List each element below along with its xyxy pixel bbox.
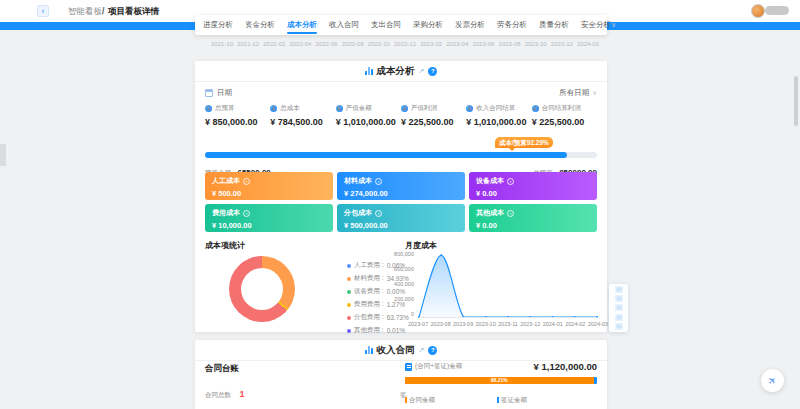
- background-date-label: 2023-08: [499, 41, 521, 47]
- contract-amount-fill: 98.21%: [405, 377, 594, 384]
- stat-value: ¥ 850,000.00: [205, 117, 270, 127]
- tab-list: 进度分析资金分析成本分析收入合同支出合同采购分析发票分析劳务分析质量分析安全分析: [203, 15, 611, 35]
- background-date-label: 2022-12: [394, 41, 416, 47]
- y-axis-tick-label: 800,000: [394, 251, 414, 257]
- floating-quick-toolbar: [609, 284, 628, 332]
- stat-value: ¥ 1,010,000.00: [466, 117, 531, 127]
- chevron-down-icon[interactable]: ∨: [611, 21, 616, 29]
- stat-label: 总预算: [215, 104, 235, 113]
- date-range-dropdown[interactable]: 所有日期 ∨: [559, 88, 597, 98]
- chevron-right-icon: ›: [507, 178, 514, 185]
- yuan-badge-icon: ¥: [205, 105, 212, 112]
- x-axis-tick-label: 2023-11: [498, 321, 518, 327]
- cost-category-card[interactable]: 其他成本 › ¥ 0.00: [469, 204, 597, 232]
- monthly-chart-title: 月度成本: [405, 240, 437, 251]
- budget-progress-fill: [205, 152, 567, 158]
- donut-chart-title: 成本项统计: [205, 240, 245, 251]
- legend-item[interactable]: 其他费用 0.01%: [347, 326, 409, 335]
- breadcrumb-root[interactable]: 智能看板: [68, 6, 102, 18]
- total-amount-label: (合同+签证)金额: [415, 362, 462, 371]
- card-value: ¥ 0.00: [476, 189, 590, 198]
- cost-category-card[interactable]: 设备成本 › ¥ 0.00: [469, 172, 597, 200]
- scrollbar-thumb[interactable]: [794, 76, 798, 126]
- cost-category-card[interactable]: 人工成本 › ¥ 500.00: [205, 172, 333, 200]
- contract-count-value: 1: [239, 389, 244, 399]
- cost-stat: ¥ 合同结算利润 ¥ 225,500.00: [532, 104, 597, 127]
- cost-stat: ¥ 总成本 ¥ 784,500.00: [270, 104, 335, 127]
- tab[interactable]: 支出合同: [371, 15, 401, 35]
- background-date-label: 2021-12: [237, 41, 259, 47]
- cost-analysis-panel: 成本分析 ↗ ? 日期 所有日期 ∨ ¥ 总预算 ¥ 850,000.00 ¥ …: [195, 61, 607, 332]
- tab[interactable]: 成本分析: [287, 15, 317, 35]
- toolbar-icon[interactable]: [615, 314, 623, 321]
- budget-progress-track: [205, 152, 597, 158]
- stat-label: 产值利润: [411, 104, 437, 113]
- yuan-badge-icon: ¥: [532, 105, 539, 112]
- background-date-label: 2023-12: [551, 41, 573, 47]
- tab[interactable]: 发票分析: [455, 15, 485, 35]
- legend-percent: 0.01%: [387, 327, 405, 334]
- help-icon[interactable]: ?: [428, 67, 437, 76]
- cost-stat: ¥ 产值利润 ¥ 225,500.00: [401, 104, 466, 127]
- tab[interactable]: 收入合同: [329, 15, 359, 35]
- x-axis-tick-label: 2023-08: [431, 321, 451, 327]
- cost-budget-ratio-badge: 成本/预算92.29%: [495, 137, 553, 148]
- stat-value: ¥ 225,500.00: [401, 117, 466, 127]
- breadcrumb-current: 项目看板详情: [108, 6, 159, 18]
- legend-dot-icon: [347, 329, 351, 333]
- tab[interactable]: 安全分析: [581, 15, 611, 35]
- cost-category-card[interactable]: 分包成本 › ¥ 500,000.00: [337, 204, 465, 232]
- toolbar-icon[interactable]: [615, 304, 623, 311]
- cost-stat: ¥ 总预算 ¥ 850,000.00: [205, 104, 270, 127]
- toolbar-icon[interactable]: [615, 286, 623, 293]
- y-axis-tick-label: 200,000: [394, 296, 414, 302]
- cost-cards-grid: 人工成本 › ¥ 500.00 材料成本 › ¥ 274,000.00 设备成本…: [205, 172, 597, 232]
- trend-icon: ↗: [419, 67, 425, 75]
- contract-amount-row: (合同+签证)金额 ¥ 1,120,000.00: [405, 361, 597, 372]
- legend-dot-icon: [347, 264, 351, 268]
- card-label: 其他成本: [476, 208, 504, 218]
- toolbar-icon[interactable]: [615, 323, 623, 330]
- cost-stat: ¥ 收入合同结算 ¥ 1,010,000.00: [466, 104, 531, 127]
- blue-tick-icon: [497, 397, 499, 403]
- user-avatar[interactable]: [751, 4, 765, 18]
- background-date-label: 2022-06: [316, 41, 338, 47]
- stat-value: ¥ 225,500.00: [532, 117, 597, 127]
- tab[interactable]: 质量分析: [539, 15, 569, 35]
- donut-hole: [241, 268, 283, 310]
- background-date-label: 2023-04: [446, 41, 468, 47]
- background-date-label: 2022-02: [263, 41, 285, 47]
- chevron-right-icon: ›: [375, 210, 382, 217]
- tab[interactable]: 进度分析: [203, 15, 233, 35]
- monthly-area-chart: [419, 254, 597, 317]
- stat-label: 合同结算利润: [542, 104, 581, 113]
- back-to-top-button[interactable]: ✈: [761, 369, 784, 392]
- tab[interactable]: 资金分析: [245, 15, 275, 35]
- card-label: 人工成本: [212, 176, 240, 186]
- cost-donut-chart: [229, 256, 295, 322]
- background-date-label: 2022-10: [368, 41, 390, 47]
- card-value: ¥ 274,000.00: [344, 189, 458, 198]
- toolbar-icon[interactable]: [615, 295, 623, 302]
- contract-counts-row: 合同总数 1 签证总数 1: [205, 383, 405, 401]
- cost-category-card[interactable]: 材料成本 › ¥ 274,000.00: [337, 172, 465, 200]
- legend-dot-icon: [347, 277, 351, 281]
- send-plane-icon: ✈: [766, 374, 780, 388]
- yuan-badge-icon: ¥: [466, 105, 473, 112]
- help-icon[interactable]: ?: [428, 346, 437, 355]
- stat-label: 总成本: [280, 104, 300, 113]
- tab[interactable]: 采购分析: [413, 15, 443, 35]
- tab[interactable]: 劳务分析: [497, 15, 527, 35]
- cost-category-card[interactable]: 费用成本 › ¥ 10,000.00: [205, 204, 333, 232]
- stat-value: ¥ 784,500.00: [270, 117, 335, 127]
- x-axis-tick-label: 2024-01: [543, 321, 563, 327]
- background-axis-dates: 2021-102021-122022-022022-042022-062022-…: [211, 41, 599, 47]
- yuan-badge-icon: ¥: [336, 105, 343, 112]
- user-menu-pill[interactable]: [765, 6, 789, 15]
- card-value: ¥ 500,000.00: [344, 221, 458, 230]
- card-label: 分包成本: [344, 208, 372, 218]
- x-axis-tick-label: 2024-03: [588, 321, 608, 327]
- date-filter-row: 日期 所有日期 ∨: [205, 87, 597, 99]
- trend-icon: ↗: [419, 346, 425, 354]
- back-button[interactable]: ‹: [37, 5, 49, 17]
